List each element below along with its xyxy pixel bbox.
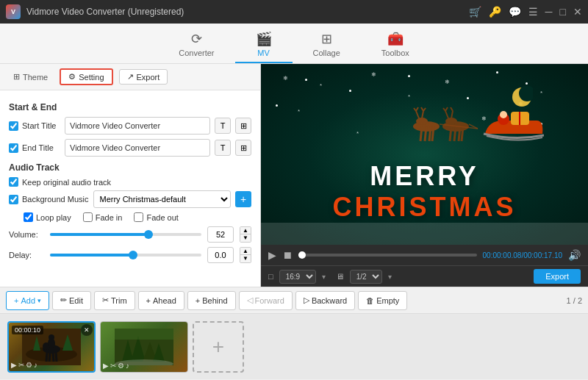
svg-line-6 <box>432 126 434 141</box>
add-button[interactable]: + Add ▾ <box>6 291 49 310</box>
start-title-checkbox[interactable] <box>9 121 18 131</box>
start-title-grid-btn[interactable]: ⊞ <box>235 118 251 134</box>
svg-line-17 <box>459 126 460 141</box>
export-arrow-icon: ↗ <box>127 72 134 82</box>
star-6 <box>276 104 278 107</box>
aspect-ratio-select[interactable]: 16:9 <box>279 270 316 284</box>
svg-line-15 <box>450 126 451 141</box>
volume-slider[interactable] <box>50 233 201 236</box>
tab-collage[interactable]: ⊞ Collage <box>293 26 361 63</box>
tab-mv[interactable]: 🎬 MV <box>235 26 293 63</box>
trim-button[interactable]: ✂ Trim <box>94 291 135 310</box>
svg-point-42 <box>49 334 54 340</box>
start-title-text-btn[interactable]: T <box>215 118 231 134</box>
tab-toolbox[interactable]: 🧰 Toolbox <box>361 26 430 63</box>
tab-converter-label: Converter <box>179 49 214 57</box>
bg-music-select[interactable]: Merry Christmas-default <box>93 190 232 208</box>
delay-down-btn[interactable]: ▼ <box>240 255 251 262</box>
svg-line-11 <box>422 111 423 118</box>
monitor-icon: 🖥 <box>336 272 344 281</box>
secondary-controls: □ 16:9 ▾ 🖥 1/2 ▾ Export <box>261 265 588 287</box>
start-title-label: Start Title <box>22 121 56 130</box>
ahead-plus-icon: + <box>146 296 151 305</box>
keep-audio-checkbox[interactable] <box>9 177 18 187</box>
delay-row: Delay: 0.0 ▲ ▼ <box>9 247 251 263</box>
backward-button[interactable]: ▷ Backward <box>295 291 355 310</box>
snowflake-3: ❄ <box>371 71 376 78</box>
delay-up-btn[interactable]: ▲ <box>240 248 251 255</box>
svg-line-23 <box>451 111 453 118</box>
export-video-button[interactable]: Export <box>534 269 581 284</box>
svg-line-8 <box>416 111 419 118</box>
timeline-icons-1: ▶ ✂ ⚙ ♪ <box>11 361 37 369</box>
svg-line-38 <box>53 352 54 362</box>
bg-music-row: Background Music Merry Christmas-default… <box>9 190 251 208</box>
add-music-button[interactable]: + <box>235 191 251 207</box>
volume-icon[interactable]: 🔊 <box>568 249 581 261</box>
svg-line-16 <box>454 126 456 141</box>
tl-sound-icon: ♪ <box>34 361 37 369</box>
empty-button[interactable]: 🗑 Empty <box>358 291 407 310</box>
add-timeline-item[interactable]: + <box>193 321 244 373</box>
play-button[interactable]: ▶ <box>268 249 276 261</box>
ahead-button[interactable]: + Ahead <box>138 291 184 310</box>
setting-button[interactable]: ⚙ Setting <box>60 68 112 85</box>
snowflake-4: * <box>408 93 410 100</box>
key-icon[interactable]: 🔑 <box>489 6 501 18</box>
volume-down-btn[interactable]: ▼ <box>240 234 251 242</box>
timeline-close-1[interactable]: ✕ <box>81 324 93 336</box>
menu-icon[interactable]: ☰ <box>528 6 538 18</box>
volume-spinner[interactable]: ▲ ▼ <box>240 226 251 243</box>
toolbox-icon: 🧰 <box>387 31 404 47</box>
stop-button[interactable]: ⏹ <box>282 249 293 261</box>
add-chevron-icon: ▾ <box>37 297 41 304</box>
end-title-text-btn[interactable]: T <box>215 140 231 156</box>
maximize-icon[interactable]: □ <box>560 6 566 18</box>
tl2-cut-icon: ✂ <box>110 362 116 370</box>
start-title-row: Start Title T ⊞ <box>9 117 251 135</box>
empty-label: Empty <box>376 296 399 305</box>
volume-fill <box>50 233 148 236</box>
start-end-title: Start & End <box>9 102 251 112</box>
xmas-text: MERRY CHRISTMAS <box>333 161 517 223</box>
theme-button[interactable]: ⊞ Theme <box>7 70 54 84</box>
progress-bar[interactable] <box>298 254 477 257</box>
volume-up-btn[interactable]: ▲ <box>240 227 251 234</box>
edit-button[interactable]: ✏ Edit <box>52 291 91 310</box>
edit-label: Edit <box>69 296 83 305</box>
fade-out-checkbox[interactable] <box>134 212 143 222</box>
delay-spinner[interactable]: ▲ ▼ <box>240 247 251 263</box>
start-title-input[interactable] <box>65 117 210 135</box>
delay-slider[interactable] <box>50 254 201 257</box>
star-5 <box>526 82 528 85</box>
cart-icon[interactable]: 🛒 <box>469 6 481 18</box>
fade-out-label: Fade out <box>146 213 178 222</box>
fade-in-checkbox[interactable] <box>83 212 93 222</box>
keep-audio-text: Keep original audio track <box>22 178 111 187</box>
bg-music-checkbox[interactable] <box>9 195 18 204</box>
snowflake-1: ❄ <box>283 75 288 82</box>
export-button[interactable]: ↗ Export <box>119 69 168 85</box>
star-1 <box>305 79 307 81</box>
snowflake-5: ❄ <box>445 79 450 85</box>
forward-button[interactable]: ◁ Forward <box>239 291 293 310</box>
timeline-item-1[interactable]: 00:00:10 ✕ ▶ ✂ ⚙ ♪ <box>7 321 96 373</box>
end-title-grid-btn[interactable]: ⊞ <box>235 140 251 156</box>
title-bar: V Vidmore Video Converter (Unregistered)… <box>0 0 588 24</box>
converter-icon: ⟳ <box>191 31 202 47</box>
volume-thumb[interactable] <box>144 230 153 239</box>
tab-converter[interactable]: ⟳ Converter <box>158 26 234 63</box>
page-select[interactable]: 1/2 <box>350 270 382 284</box>
minimize-icon[interactable]: ─ <box>545 6 553 18</box>
chat-icon[interactable]: 💬 <box>509 6 521 18</box>
delay-thumb[interactable] <box>129 251 137 259</box>
loop-play-checkbox[interactable] <box>24 212 33 222</box>
edit-pencil-icon: ✏ <box>60 295 67 305</box>
timeline-item-2[interactable]: ▶ ✂ ⚙ ♪ <box>100 321 188 373</box>
chevron-page-icon: ▾ <box>388 273 392 281</box>
end-title-checkbox[interactable] <box>9 143 18 153</box>
tl2-sound-icon: ♪ <box>126 362 129 370</box>
behind-button[interactable]: + Behind <box>187 291 236 310</box>
close-icon[interactable]: ✕ <box>573 6 582 18</box>
end-title-input[interactable] <box>65 139 210 157</box>
